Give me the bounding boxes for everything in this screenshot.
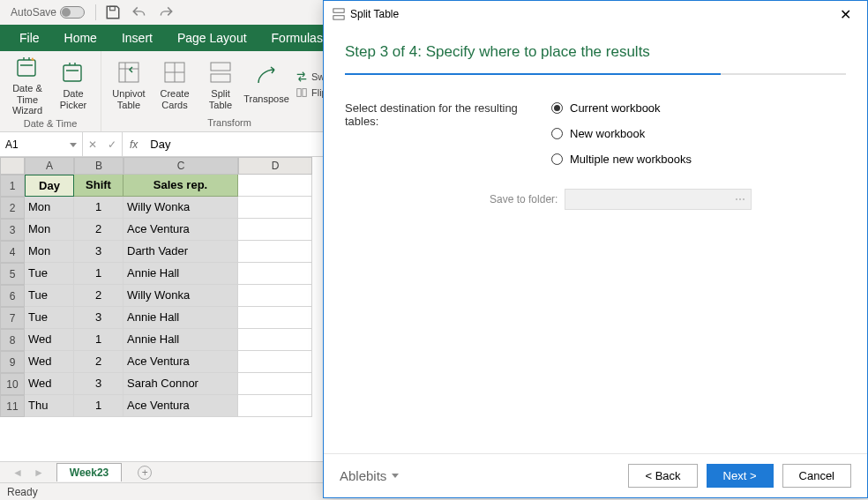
- save-icon[interactable]: [105, 4, 121, 20]
- col-header[interactable]: D: [238, 157, 312, 175]
- date-time-wizard-button[interactable]: Date & Time Wizard: [5, 53, 49, 116]
- empty-cell[interactable]: [238, 307, 312, 329]
- col-header[interactable]: C: [123, 157, 238, 175]
- empty-cell[interactable]: [238, 373, 312, 395]
- data-cell[interactable]: Ace Ventura: [123, 219, 238, 241]
- data-cell[interactable]: Tue: [25, 307, 74, 329]
- data-cell[interactable]: 1: [74, 329, 123, 351]
- tab-home[interactable]: Home: [52, 25, 109, 51]
- row-header[interactable]: 2: [0, 197, 25, 219]
- fx-label[interactable]: fx: [123, 132, 145, 156]
- svg-rect-9: [333, 9, 344, 12]
- data-cell[interactable]: Tue: [25, 285, 74, 307]
- col-header[interactable]: B: [74, 157, 123, 175]
- data-cell[interactable]: Wed: [25, 373, 74, 395]
- empty-cell[interactable]: [238, 241, 312, 263]
- autosave-toggle[interactable]: AutoSave: [11, 6, 85, 19]
- data-cell[interactable]: Wed: [25, 329, 74, 351]
- sheet-tab-active[interactable]: Week23: [56, 463, 122, 481]
- chevron-right-icon[interactable]: ►: [34, 466, 44, 479]
- row-header[interactable]: 4: [0, 241, 25, 263]
- data-cell[interactable]: Ace Ventura: [123, 351, 238, 373]
- create-cards-button[interactable]: Create Cards: [153, 58, 197, 110]
- data-cell[interactable]: 2: [74, 285, 123, 307]
- empty-cell[interactable]: [238, 285, 312, 307]
- data-cell[interactable]: Ace Ventura: [123, 395, 238, 417]
- data-cell[interactable]: 1: [74, 263, 123, 285]
- close-icon[interactable]: ✕: [833, 6, 858, 23]
- data-cell[interactable]: Mon: [25, 219, 74, 241]
- chevron-left-icon[interactable]: ◄: [12, 466, 23, 479]
- svg-rect-7: [297, 88, 301, 96]
- data-cell[interactable]: Thu: [25, 395, 74, 417]
- data-cell[interactable]: Darth Vader: [123, 241, 238, 263]
- data-cell[interactable]: 2: [74, 219, 123, 241]
- empty-cell[interactable]: [238, 395, 312, 417]
- data-cell[interactable]: Willy Wonka: [123, 197, 238, 219]
- row-header[interactable]: 6: [0, 285, 25, 307]
- back-button[interactable]: < Back: [628, 464, 697, 488]
- data-cell[interactable]: Annie Hall: [123, 329, 238, 351]
- split-table-button[interactable]: Split Table: [198, 58, 243, 110]
- data-cell[interactable]: 3: [74, 373, 123, 395]
- data-cell[interactable]: Annie Hall: [123, 263, 238, 285]
- radio-current-workbook[interactable]: Current workbook: [551, 101, 752, 115]
- radio-new-workbook[interactable]: New workbook: [551, 127, 752, 140]
- header-cell[interactable]: Day: [25, 175, 74, 197]
- empty-cell[interactable]: [238, 263, 312, 285]
- add-sheet-button[interactable]: +: [138, 466, 152, 480]
- row-header[interactable]: 11: [0, 395, 25, 417]
- data-cell[interactable]: Tue: [25, 263, 74, 285]
- row-header[interactable]: 9: [0, 351, 25, 373]
- row-header[interactable]: 1: [0, 175, 25, 197]
- sheet-nav[interactable]: ◄►: [0, 466, 56, 479]
- data-cell[interactable]: 1: [74, 197, 123, 219]
- cancel-formula-icon[interactable]: ✕: [88, 138, 97, 151]
- row-header[interactable]: 8: [0, 329, 25, 351]
- empty-cell[interactable]: [238, 329, 312, 351]
- row-header[interactable]: 10: [0, 373, 25, 395]
- undo-icon[interactable]: [131, 4, 147, 20]
- group-transform: Unpivot Table Create Cards Split Table T…: [101, 51, 358, 131]
- cancel-button[interactable]: Cancel: [782, 464, 851, 488]
- radio-label: Current workbook: [570, 101, 661, 115]
- empty-cell[interactable]: [238, 219, 312, 241]
- formula-btns: ✕ ✓: [83, 132, 123, 156]
- header-cell[interactable]: Shift: [74, 175, 123, 197]
- redo-icon[interactable]: [158, 4, 174, 20]
- data-cell[interactable]: Sarah Connor: [123, 373, 238, 395]
- empty-cell[interactable]: [238, 197, 312, 219]
- date-picker-button[interactable]: Date Picker: [51, 58, 95, 110]
- tab-insert[interactable]: Insert: [109, 25, 165, 51]
- data-cell[interactable]: Mon: [25, 197, 74, 219]
- data-cell[interactable]: 1: [74, 395, 123, 417]
- row-header[interactable]: 5: [0, 263, 25, 285]
- data-cell[interactable]: Willy Wonka: [123, 285, 238, 307]
- save-folder-row: Save to folder: ⋯: [490, 189, 752, 210]
- col-header[interactable]: A: [25, 157, 74, 175]
- data-cell[interactable]: 2: [74, 351, 123, 373]
- data-cell[interactable]: 3: [74, 307, 123, 329]
- radio-off-icon: [551, 153, 563, 165]
- empty-cell[interactable]: [238, 351, 312, 373]
- tab-page-layout[interactable]: Page Layout: [165, 25, 259, 51]
- btn-label: Transpose: [243, 93, 289, 105]
- empty-cell[interactable]: [238, 175, 312, 197]
- data-cell[interactable]: Annie Hall: [123, 307, 238, 329]
- select-all-corner[interactable]: [0, 157, 25, 175]
- btn-label: Cancel: [799, 469, 834, 482]
- data-cell[interactable]: 3: [74, 241, 123, 263]
- transpose-button[interactable]: Transpose: [244, 63, 288, 105]
- name-box[interactable]: A1: [0, 132, 83, 156]
- header-cell[interactable]: Sales rep.: [123, 175, 238, 197]
- row-header[interactable]: 3: [0, 219, 25, 241]
- data-cell[interactable]: Mon: [25, 241, 74, 263]
- radio-multiple-workbooks[interactable]: Multiple new workbooks: [551, 153, 752, 166]
- unpivot-button[interactable]: Unpivot Table: [107, 58, 151, 110]
- data-cell[interactable]: Wed: [25, 351, 74, 373]
- row-header[interactable]: 7: [0, 307, 25, 329]
- accept-formula-icon[interactable]: ✓: [108, 138, 116, 151]
- next-button[interactable]: Next >: [707, 464, 774, 488]
- tab-file[interactable]: File: [7, 25, 52, 51]
- brand-menu[interactable]: Ablebits: [340, 468, 399, 483]
